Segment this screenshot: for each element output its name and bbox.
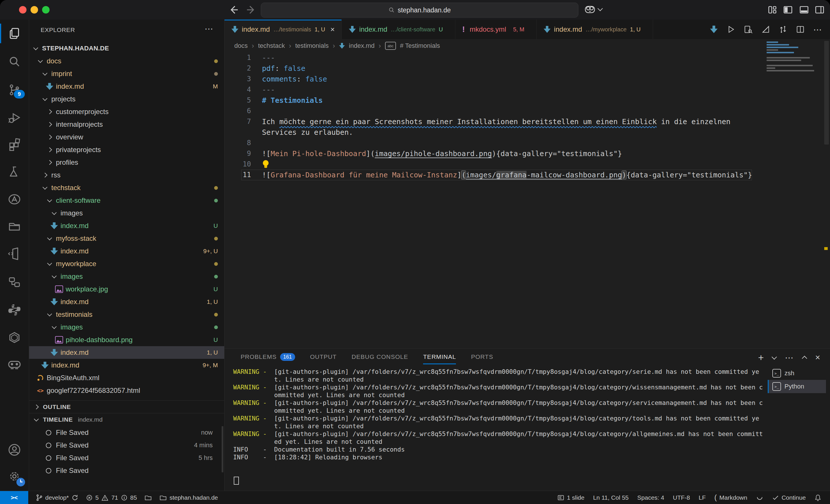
live-preview-icon[interactable]: [0, 240, 29, 267]
zoom-window-button[interactable]: [42, 6, 50, 13]
close-panel-icon[interactable]: ×: [815, 352, 820, 362]
workspace-folder-item[interactable]: stephan.hadan.de: [159, 494, 218, 501]
search-icon[interactable]: [0, 49, 29, 75]
new-terminal-button[interactable]: +: [758, 352, 764, 363]
browser-profile-menu[interactable]: [584, 4, 602, 14]
editor-tab[interactable]: index.md …/client-software U: [342, 20, 455, 39]
encoding-item[interactable]: UTF-8: [673, 494, 690, 501]
tree-row[interactable]: workplace.jpg U: [29, 283, 224, 296]
panel-tab[interactable]: TERMINAL: [416, 349, 464, 365]
tree-row[interactable]: techstack: [29, 181, 224, 194]
continue-item[interactable]: Continue: [772, 494, 806, 501]
back-icon[interactable]: [228, 4, 239, 15]
sidebar-scrollbar[interactable]: [222, 426, 223, 472]
terminal-instance[interactable]: >_ Python: [768, 380, 826, 393]
tree-row[interactable]: images: [29, 270, 224, 283]
source-control-icon[interactable]: 9: [0, 77, 29, 103]
tree-row[interactable]: myworkplace: [29, 258, 224, 270]
tree-row[interactable]: internalprojects: [29, 118, 224, 131]
terminal-profile-dropdown-icon[interactable]: [772, 354, 777, 360]
timeline-item[interactable]: File Saved now: [29, 426, 220, 439]
tree-row[interactable]: index.md 1, U: [29, 296, 224, 308]
workspace-icon-item[interactable]: [145, 494, 152, 501]
timeline-item[interactable]: File Saved: [29, 464, 220, 477]
python-icon[interactable]: [0, 297, 29, 323]
tree-row[interactable]: index.md 9+, M: [29, 359, 224, 372]
slides-item[interactable]: 1 slide: [557, 494, 584, 501]
owl-eyes-extension-icon[interactable]: [0, 351, 29, 378]
tree-row[interactable]: customerprojects: [29, 105, 224, 118]
lightbulb-icon[interactable]: [262, 160, 269, 169]
split-editor-icon[interactable]: [796, 25, 805, 34]
panel-tab[interactable]: DEBUG CONSOLE: [344, 349, 416, 365]
tree-row[interactable]: index.md M: [29, 80, 224, 93]
minimap[interactable]: [767, 41, 816, 85]
tree-row[interactable]: index.md 1, U: [29, 346, 224, 359]
tree-row[interactable]: privateprojects: [29, 143, 224, 156]
tree-row[interactable]: testimonials: [29, 308, 224, 321]
forward-icon[interactable]: [246, 4, 257, 15]
minimize-window-button[interactable]: [31, 6, 38, 13]
toggle-secondary-sidebar-icon[interactable]: [815, 5, 825, 15]
tree-row[interactable]: projects: [29, 93, 224, 105]
language-mode-item[interactable]: ( Markdown: [714, 493, 747, 502]
breadcrumb-symbol[interactable]: # Testimonials: [400, 42, 440, 49]
address-bar[interactable]: stephan.hadan.de: [261, 3, 578, 18]
code-editor[interactable]: 1--- 2pdf: false 3comments: false 4--- 5…: [224, 53, 830, 349]
breadcrumb-file[interactable]: index.md: [349, 42, 375, 49]
markdown-arrow-icon[interactable]: [710, 26, 717, 33]
tree-row[interactable]: imprint: [29, 67, 224, 80]
timeline-item[interactable]: File Saved 5 hrs: [29, 451, 220, 464]
toggle-panel-icon[interactable]: [799, 5, 809, 15]
open-preview-icon[interactable]: [743, 25, 753, 34]
terminal-instance[interactable]: >_ zsh: [768, 367, 826, 380]
tab-close-icon[interactable]: ×: [330, 25, 334, 34]
editor-tab[interactable]: index.md …/testimonials 1, U ×: [224, 20, 342, 39]
timeline-section-header[interactable]: TIMELINE index.md: [29, 413, 224, 426]
tree-row[interactable]: images: [29, 321, 224, 334]
tree-row[interactable]: index.md 9+, U: [29, 245, 224, 258]
extensions-icon[interactable]: [0, 131, 29, 158]
hexagon-extension-icon[interactable]: [0, 324, 29, 351]
run-button[interactable]: [726, 25, 735, 34]
eol-item[interactable]: LF: [699, 494, 706, 501]
editor-tab[interactable]: ! mkdocs.yml 5, M: [455, 20, 537, 39]
tree-row[interactable]: index.md U: [29, 220, 224, 232]
git-branch-item[interactable]: develop*: [36, 494, 78, 501]
cursor-position-item[interactable]: Ln 11, Col 55: [593, 494, 629, 501]
explorer-icon[interactable]: [0, 20, 29, 47]
indentation-item[interactable]: Spaces: 4: [637, 494, 664, 501]
panel-tab[interactable]: PORTS: [464, 349, 501, 365]
close-window-button[interactable]: [19, 6, 27, 13]
tree-row[interactable]: client-software: [29, 194, 224, 207]
accounts-icon[interactable]: [0, 437, 29, 463]
breadcrumb-testimonials[interactable]: testimonials: [295, 42, 328, 49]
panel-more-actions-icon[interactable]: ⋯: [785, 352, 794, 363]
toggle-primary-sidebar-icon[interactable]: [783, 5, 793, 15]
markdown-preview-side-icon[interactable]: [761, 25, 770, 34]
editor-scrollbar[interactable]: [824, 41, 829, 144]
tree-row[interactable]: profiles: [29, 156, 224, 169]
run-debug-icon[interactable]: [0, 104, 29, 131]
terminal-output[interactable]: WARNING - [git-authors-plugin] /var/fold…: [233, 368, 765, 489]
tree-row[interactable]: images: [29, 207, 224, 220]
maximize-panel-icon[interactable]: [802, 356, 807, 361]
notifications-item[interactable]: [815, 494, 821, 501]
panel-tab[interactable]: OUTPUT: [302, 349, 344, 365]
editor-tab[interactable]: index.md …/myworkplace 1, U: [537, 20, 653, 39]
testing-flask-icon[interactable]: [0, 159, 29, 185]
panel-tab[interactable]: PROBLEMS 161: [233, 349, 302, 365]
more-actions-icon[interactable]: ⋯: [813, 25, 823, 35]
breadcrumb-docs[interactable]: docs: [234, 42, 248, 49]
tree-row[interactable]: BingSiteAuth.xml: [29, 372, 224, 384]
project-boxes-icon[interactable]: [0, 269, 29, 295]
compare-changes-icon[interactable]: [779, 25, 787, 34]
tree-row[interactable]: pihole-dashboard.png U: [29, 334, 224, 346]
tree-row[interactable]: overview: [29, 131, 224, 143]
outline-section-header[interactable]: OUTLINE: [29, 400, 224, 413]
remote-indicator[interactable]: ><: [0, 491, 28, 504]
problems-item[interactable]: 5 71 85: [86, 494, 137, 501]
tree-row[interactable]: docs: [29, 55, 224, 67]
breadcrumb-techstack[interactable]: techstack: [258, 42, 285, 49]
timeline-item[interactable]: File Saved 4 mins: [29, 439, 220, 451]
